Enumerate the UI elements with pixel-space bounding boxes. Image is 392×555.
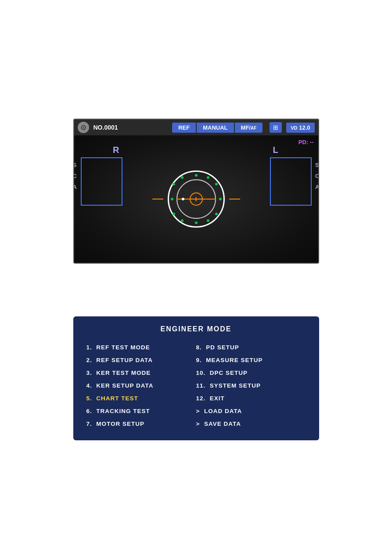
reticle: + [165,168,227,230]
pd-display: PD: -- [298,139,314,145]
engineer-mode-panel: ENGINEER MODE 1. REF TEST MODE 2. REF SE… [73,316,319,440]
gear-icon[interactable]: ⚙ [78,122,89,133]
vd-button[interactable]: VD 12.0 [286,123,314,133]
engineer-menu-grid: 1. REF TEST MODE 2. REF SETUP DATA 3. KE… [86,342,306,429]
panel-header: ⚙ NO.0001 REF MANUAL MF/AF ⊞ VD 12.0 [74,120,318,135]
r-label: R [113,145,119,155]
menu-item-8[interactable]: 8. PD SETUP [196,342,306,353]
horizontal-line-right [229,199,240,200]
menu-item-save[interactable]: > SAVE DATA [196,418,306,429]
panel-number: NO.0001 [94,124,168,131]
menu-item-11[interactable]: 11. SYSTEM SETUP [196,380,306,391]
crosshair: + [176,179,216,219]
menu-item-4[interactable]: 4. KER SETUP DATA [86,380,196,391]
menu-item-2[interactable]: 2. REF SETUP DATA [86,355,196,366]
panel-body: PD: -- R S C A L S C A [74,135,318,263]
r-measurement-box: R S C A [81,157,122,206]
crosshair-plus: + [194,195,198,204]
menu-left-column: 1. REF TEST MODE 2. REF SETUP DATA 3. KE… [86,342,196,429]
instrument-panel: ⚙ NO.0001 REF MANUAL MF/AF ⊞ VD 12.0 PD:… [73,119,319,264]
grid-button[interactable]: ⊞ [270,122,282,133]
l-sca-letters: S C A [315,162,319,190]
ref-button[interactable]: REF [172,123,196,133]
crosshair-center-ring: + [190,192,203,206]
manual-button[interactable]: MANUAL [197,123,234,133]
menu-item-load[interactable]: > LOAD DATA [196,406,306,417]
l-measurement-box: L S C A [270,157,312,206]
menu-right-column: 8. PD SETUP 9. MEASURE SETUP 10. DPC SET… [196,342,306,429]
menu-item-9[interactable]: 9. MEASURE SETUP [196,355,306,366]
header-buttons: REF MANUAL MF/AF [172,123,263,133]
l-label: L [273,145,278,155]
mfaf-button[interactable]: MF/AF [235,123,263,133]
menu-item-7[interactable]: 7. MOTOR SETUP [86,418,196,429]
engineer-mode-title: ENGINEER MODE [86,325,306,333]
menu-item-5[interactable]: 5. CHART TEST [86,393,196,404]
menu-item-1[interactable]: 1. REF TEST MODE [86,342,196,353]
center-dot [182,198,184,200]
horizontal-line-left [152,199,163,200]
menu-item-6[interactable]: 6. TRACKING TEST [86,406,196,417]
r-sca-letters: S C A [73,162,77,190]
menu-item-3[interactable]: 3. KER TEST MODE [86,367,196,378]
menu-item-10[interactable]: 10. DPC SETUP [196,367,306,378]
menu-item-12[interactable]: 12. EXIT [196,393,306,404]
